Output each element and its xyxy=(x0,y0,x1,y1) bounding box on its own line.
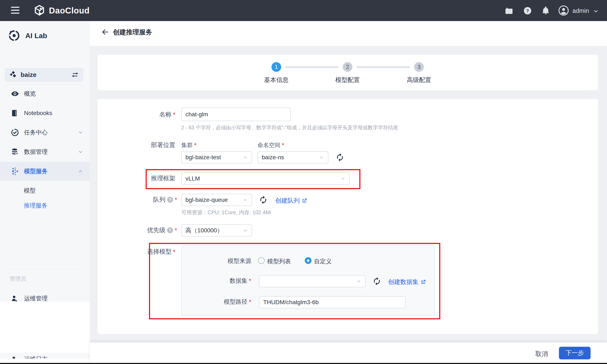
back-arrow-icon[interactable] xyxy=(101,28,109,36)
help-icon[interactable]: ? xyxy=(523,6,532,15)
workspace-name: baize xyxy=(21,71,37,78)
user-avatar[interactable] xyxy=(558,5,569,16)
sidebar-item-label: 运维管理 xyxy=(24,295,48,302)
priority-label-row: 优先级 ? * xyxy=(118,227,177,234)
refresh-namespace-icon[interactable] xyxy=(336,153,344,162)
name-input[interactable] xyxy=(181,108,291,121)
queue-label-row: 队列 ? * xyxy=(118,196,177,203)
brand-title: DaoCloud xyxy=(49,6,90,15)
required-asterisk: * xyxy=(175,227,177,234)
sidebar-item-label: 概览 xyxy=(24,90,36,98)
required-asterisk: * xyxy=(249,299,251,305)
radio-model-list-label[interactable]: 模型列表 xyxy=(267,257,291,265)
queue-help-icon[interactable]: ? xyxy=(167,197,173,203)
create-dataset-link[interactable]: 创建数据集 xyxy=(388,278,426,286)
name-label: 名称 xyxy=(159,110,172,119)
refresh-queue-icon[interactable] xyxy=(259,195,268,204)
radio-custom[interactable] xyxy=(305,257,312,264)
user-name[interactable]: admin xyxy=(572,7,589,14)
next-step-button[interactable]: 下一步 xyxy=(559,347,591,359)
framework-label-row: 推理框架 xyxy=(129,175,175,182)
ai-lab-logo-icon xyxy=(8,29,20,42)
sidebar-subitem-label: 模型 xyxy=(24,187,36,195)
notifications-bell-icon[interactable] xyxy=(541,6,550,15)
sidebar-item-model-services[interactable]: 模型服务 xyxy=(0,162,90,181)
sidebar-subitem-label: 推理服务 xyxy=(24,202,47,210)
sidebar-item-task-center[interactable]: 任务中心 xyxy=(0,123,90,142)
hamburger-menu-icon[interactable] xyxy=(11,7,19,14)
top-header: DaoCloud ? admin xyxy=(0,0,607,21)
required-asterisk: * xyxy=(249,277,251,284)
required-asterisk: * xyxy=(194,142,197,149)
chevron-down-icon xyxy=(356,279,361,284)
page-header: 创建推理服务 xyxy=(90,21,607,46)
chevron-down-icon xyxy=(78,130,83,135)
refresh-dataset-icon[interactable] xyxy=(372,277,381,286)
step-connector xyxy=(356,66,410,68)
radio-custom-label[interactable]: 自定义 xyxy=(314,257,332,265)
cluster-label-row: 集群 * xyxy=(181,142,197,149)
dataset-label: 数据集 xyxy=(230,277,247,285)
cancel-button[interactable]: 取消 xyxy=(535,350,548,358)
model-path-label: 模型路径 xyxy=(224,298,247,306)
chevron-up-icon xyxy=(78,168,83,174)
step-1-circle: 1 xyxy=(271,62,281,72)
database-gear-icon xyxy=(11,148,19,156)
location-label-row: 部署位置 xyxy=(129,142,175,149)
model-source-label-row: 模型来源 xyxy=(220,258,251,264)
framework-select[interactable]: vLLM xyxy=(181,172,350,185)
sidebar-subitem-inference-services[interactable]: 推理服务 xyxy=(0,198,90,213)
sidebar-item-notebooks[interactable]: Notebooks xyxy=(0,104,90,123)
sidebar-section-admin: 管理员 xyxy=(10,275,26,283)
model-label: 选择模型 xyxy=(147,247,172,256)
sidebar-white-overlay-top xyxy=(0,302,90,353)
cluster-select[interactable]: bgl-baize-test xyxy=(181,151,252,163)
framework-label: 推理框架 xyxy=(151,174,175,183)
sidebar-item-overview[interactable]: 概览 xyxy=(0,84,90,103)
create-queue-link[interactable]: 创建队列 xyxy=(275,196,307,205)
namespace-select[interactable]: baize-ns xyxy=(258,151,328,163)
user-menu-chevron-icon[interactable] xyxy=(593,8,599,14)
sidebar: AI Lab baize xyxy=(0,21,90,364)
step-connector xyxy=(285,66,339,68)
name-label-row: 名称 * xyxy=(129,111,175,118)
chevron-down-icon xyxy=(243,155,248,160)
messages-icon[interactable] xyxy=(505,7,513,15)
model-subcard: 模型来源 模型列表 自定义 数据集 * 创建数据集 xyxy=(181,245,435,316)
model-label-row: 选择模型 * xyxy=(129,248,175,255)
step-3-label: 高级配置 xyxy=(402,76,436,84)
sidebar-item-data-management[interactable]: 数据管理 xyxy=(0,143,90,161)
queue-hint: 可用资源：CPU: 1Core, 内存: 102.4Mi xyxy=(181,209,271,216)
notebook-icon xyxy=(11,109,19,117)
workspace-switcher[interactable]: baize xyxy=(5,68,83,82)
dataset-label-row: 数据集 * xyxy=(215,277,251,284)
sidebar-item-label: Notebooks xyxy=(24,110,52,117)
workspace-icon xyxy=(9,71,17,78)
step-3-circle: 3 xyxy=(414,62,424,72)
step-2-label: 模型配置 xyxy=(331,76,364,84)
task-check-icon xyxy=(11,129,19,136)
chevron-down-icon xyxy=(341,176,346,181)
priority-help-icon[interactable]: ? xyxy=(167,227,173,233)
footer-bar: 取消 下一步 xyxy=(90,342,607,364)
location-label: 部署位置 xyxy=(151,141,175,149)
radio-model-list[interactable] xyxy=(258,257,265,264)
priority-label: 优先级 xyxy=(147,226,165,234)
chevron-down-icon xyxy=(78,149,83,155)
svg-text:?: ? xyxy=(526,8,529,13)
required-asterisk: * xyxy=(282,142,284,149)
queue-select[interactable]: bgl-baize-queue xyxy=(181,194,252,206)
workspace-swap-icon[interactable] xyxy=(71,71,79,78)
sidebar-subitem-models[interactable]: 模型 xyxy=(0,183,90,198)
namespace-label-row: 命名空间 * xyxy=(258,142,284,149)
dataset-select[interactable] xyxy=(259,275,366,287)
ops-person-icon xyxy=(11,295,19,302)
sidebar-item-label: 任务中心 xyxy=(24,129,48,136)
app-root: DaoCloud ? admin xyxy=(0,0,607,364)
model-path-label-row: 模型路径 * xyxy=(211,299,251,305)
window-bottom-edge xyxy=(0,363,607,364)
priority-select[interactable]: 高（100000） xyxy=(181,224,252,236)
model-path-input[interactable] xyxy=(259,296,406,308)
eye-icon xyxy=(11,90,19,98)
daocloud-logo-icon xyxy=(33,4,46,17)
